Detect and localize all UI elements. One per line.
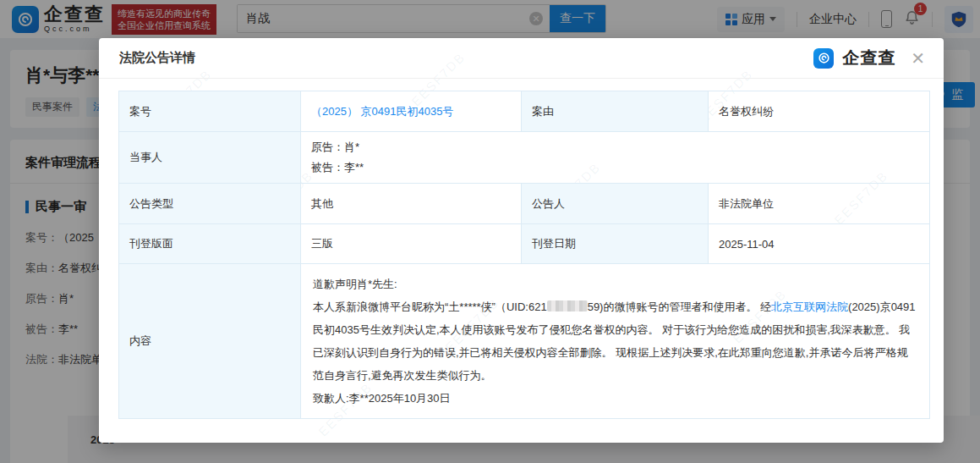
type-label: 公告类型 [119,184,301,224]
close-icon[interactable]: ✕ [911,50,925,67]
modal-header: 法院公告详情 企查查 ✕ [99,38,944,79]
announcement-detail-table: 案号 （2025） 京0491民初4035号 案由 名誉权纠纷 当事人 原告：肖… [118,91,930,419]
redacted-uid [547,300,588,311]
qcc-logo-icon [813,48,834,69]
content-label: 内容 [119,264,301,419]
modal-title: 法院公告详情 [119,50,195,66]
page-label: 刊登版面 [119,224,301,264]
case-no-cell: （2025） 京0491民初4035号 [301,91,522,132]
date-value: 2025-11-04 [709,224,930,264]
screen: 企查查 Qcc.com 缔造有远见的商业传奇 全国企业信用查询系统 ✕ 查一下 … [0,0,980,463]
qcc-logo-text: 企查查 [842,47,895,69]
apology-body: 本人系新浪微博平台昵称为“土*****侠”（UID:62159)的微博账号的管理… [313,295,917,387]
qcc-spiral-icon [818,52,830,64]
case-no-link[interactable]: （2025） 京0491民初4035号 [311,105,453,118]
court-link[interactable]: 北京互联网法院 [771,300,848,313]
page-value: 三版 [301,224,522,264]
announcer-value: 非法院单位 [709,184,930,224]
date-label: 刊登日期 [522,224,709,264]
table-row: 案号 （2025） 京0491民初4035号 案由 名誉权纠纷 [119,91,930,132]
cause-label: 案由 [522,91,709,132]
party-cell: 原告：肖* 被告：李** [301,132,930,184]
content-cell: 道歉声明肖*先生: 本人系新浪微博平台昵称为“土*****侠”（UID:6215… [301,264,930,419]
party-plaintiff: 原告：肖* [311,137,919,157]
table-row: 刊登版面 三版 刊登日期 2025-11-04 [119,224,930,264]
modal-header-right: 企查查 ✕ [813,47,925,69]
table-row: 公告类型 其他 公告人 非法院单位 [119,184,930,224]
party-label: 当事人 [119,132,301,184]
modal-body: 案号 （2025） 京0491民初4035号 案由 名誉权纠纷 当事人 原告：肖… [99,79,944,419]
party-defendant: 被告：李** [311,157,919,178]
cause-value: 名誉权纠纷 [709,91,930,132]
case-no-label: 案号 [119,91,301,132]
table-row: 当事人 原告：肖* 被告：李** [119,132,930,184]
apology-salutation: 道歉声明肖*先生: [313,273,917,295]
table-row: 内容 道歉声明肖*先生: 本人系新浪微博平台昵称为“土*****侠”（UID:6… [119,264,930,419]
announcer-label: 公告人 [522,184,709,224]
apology-signature: 致歉人:李**2025年10月30日 [313,387,917,410]
type-value: 其他 [301,184,522,224]
court-announcement-modal: EESF7DB EESF7DB EESF7DB EESF7DB EESF7DB … [99,38,944,443]
